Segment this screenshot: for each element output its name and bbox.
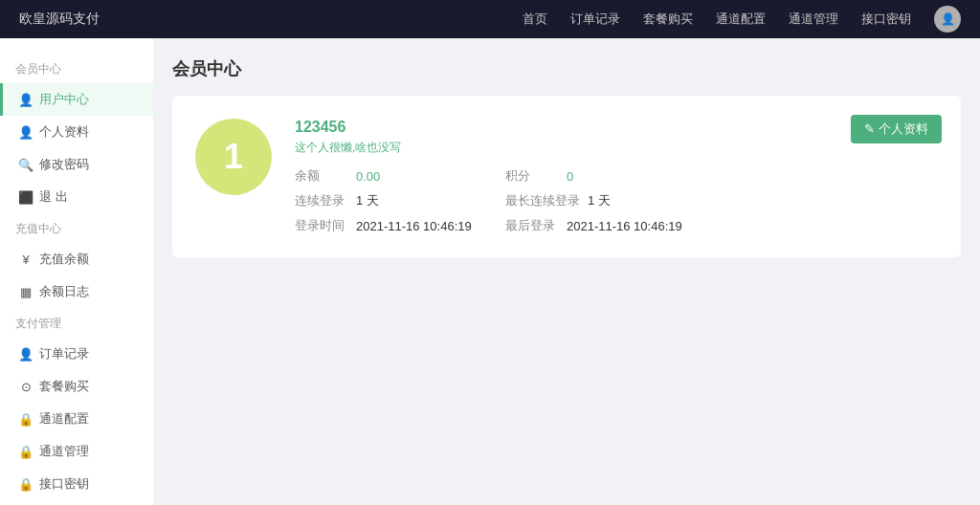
- profile-icon: 👤: [18, 125, 33, 140]
- sidebar-recharge-title: 充值中心: [0, 213, 153, 243]
- personal-btn[interactable]: ✎ 个人资料: [851, 115, 942, 143]
- streak-value: 1 天: [356, 192, 379, 209]
- api-keys-icon: 🔒: [18, 477, 33, 492]
- sidebar-item-label: 接口密钥: [39, 475, 89, 493]
- logo: 欧皇源码支付: [19, 11, 100, 28]
- username: 123456: [295, 119, 938, 136]
- sidebar-item-channel-cfg[interactable]: 🔒 通道配置: [0, 403, 153, 435]
- sidebar-item-label: 用户中心: [39, 91, 89, 108]
- content: 会员中心 ✎ 个人资料 1 123456 这个人很懒,啥也没写 余额 0.00 …: [153, 38, 980, 505]
- avatar[interactable]: 👤: [934, 6, 961, 33]
- page-title: 会员中心: [172, 57, 961, 80]
- nav-channel-mgmt[interactable]: 通道管理: [789, 11, 838, 28]
- channel-cfg-icon: 🔒: [18, 412, 33, 427]
- login-time-label: 登录时间: [295, 217, 348, 234]
- last-login-row: 最后登录 2021-11-16 10:46:19: [505, 217, 716, 234]
- sidebar-payment-title: 支付管理: [0, 308, 153, 338]
- nav-home[interactable]: 首页: [523, 11, 547, 28]
- nav-orders[interactable]: 订单记录: [570, 11, 620, 28]
- balance-row: 余额 0.00: [295, 167, 505, 185]
- sidebar-item-label: 订单记录: [39, 345, 89, 362]
- sidebar-item-change-pwd[interactable]: 🔍 修改密码: [0, 148, 153, 181]
- sidebar-item-recharge[interactable]: ¥ 充值余额: [0, 243, 153, 275]
- user-desc: 这个人很懒,啥也没写: [295, 140, 938, 156]
- sidebar-item-order-records[interactable]: 👤 订单记录: [0, 338, 153, 370]
- sidebar-item-label: 余额日志: [39, 283, 89, 300]
- channel-mgt-icon: 🔒: [18, 445, 33, 459]
- nav-packages[interactable]: 套餐购买: [643, 11, 693, 28]
- main-layout: 会员中心 👤 用户中心 👤 个人资料 🔍 修改密码 ⬛ 退 出 充值中心 ¥ 充…: [0, 38, 980, 505]
- max-streak-value: 1 天: [588, 192, 611, 209]
- sidebar-item-label: 退 出: [39, 188, 68, 206]
- last-login-value: 2021-11-16 10:46:19: [567, 219, 682, 233]
- avatar-text: 👤: [941, 12, 955, 26]
- sidebar-item-logout[interactable]: ⬛ 退 出: [0, 181, 153, 213]
- sidebar-item-label: 修改密码: [39, 156, 89, 173]
- sidebar-item-user-center[interactable]: 👤 用户中心: [0, 83, 153, 116]
- nav-channel-config[interactable]: 通道配置: [716, 11, 766, 28]
- recharge-icon: ¥: [18, 252, 33, 267]
- info-grid: 余额 0.00 积分 0 连续登录 1 天 最长连续登录 1 天: [295, 167, 938, 234]
- points-row: 积分 0: [505, 167, 716, 185]
- sidebar: 会员中心 👤 用户中心 👤 个人资料 🔍 修改密码 ⬛ 退 出 充值中心 ¥ 充…: [0, 38, 153, 505]
- user-center-icon: 👤: [18, 93, 33, 107]
- balance-label: 余额: [295, 167, 348, 185]
- order-icon: 👤: [18, 347, 33, 362]
- sidebar-item-api-keys[interactable]: 🔒 接口密钥: [0, 468, 153, 500]
- sidebar-member-title: 会员中心: [0, 54, 153, 83]
- change-pwd-icon: 🔍: [18, 158, 33, 172]
- balance-value: 0.00: [356, 169, 380, 184]
- sidebar-item-channel-mgt[interactable]: 🔒 通道管理: [0, 435, 153, 468]
- user-info: 123456 这个人很懒,啥也没写 余额 0.00 积分 0 连续登录 1 天: [295, 119, 938, 234]
- sidebar-item-profile[interactable]: 👤 个人资料: [0, 116, 153, 148]
- points-value: 0: [567, 169, 573, 184]
- header-nav: 首页 订单记录 套餐购买 通道配置 通道管理 接口密钥 👤: [523, 6, 961, 33]
- balance-log-icon: ▦: [18, 285, 33, 299]
- last-login-label: 最后登录: [505, 217, 559, 234]
- sidebar-item-label: 通道配置: [39, 410, 89, 428]
- sidebar-item-label: 充值余额: [39, 251, 89, 268]
- streak-label: 连续登录: [295, 192, 348, 209]
- header: 欧皇源码支付 首页 订单记录 套餐购买 通道配置 通道管理 接口密钥 👤: [0, 0, 980, 38]
- max-streak-row: 最长连续登录 1 天: [505, 192, 716, 209]
- login-time-value: 2021-11-16 10:46:19: [356, 219, 472, 233]
- user-card: ✎ 个人资料 1 123456 这个人很懒,啥也没写 余额 0.00 积分 0: [172, 96, 961, 257]
- sidebar-item-balance-log[interactable]: ▦ 余额日志: [0, 275, 153, 308]
- user-avatar: 1: [195, 119, 272, 195]
- packages-icon: ⊙: [18, 380, 33, 394]
- sidebar-item-label: 通道管理: [39, 443, 89, 460]
- avatar-number: 1: [224, 137, 243, 177]
- points-label: 积分: [505, 167, 559, 185]
- streak-row: 连续登录 1 天: [295, 192, 505, 209]
- sidebar-item-packages[interactable]: ⊙ 套餐购买: [0, 370, 153, 403]
- nav-api-key[interactable]: 接口密钥: [861, 11, 911, 28]
- max-streak-label: 最长连续登录: [505, 192, 580, 209]
- logout-icon: ⬛: [18, 190, 33, 205]
- login-time-row: 登录时间 2021-11-16 10:46:19: [295, 217, 505, 234]
- sidebar-item-label: 套餐购买: [39, 378, 89, 395]
- sidebar-item-label: 个人资料: [39, 123, 89, 141]
